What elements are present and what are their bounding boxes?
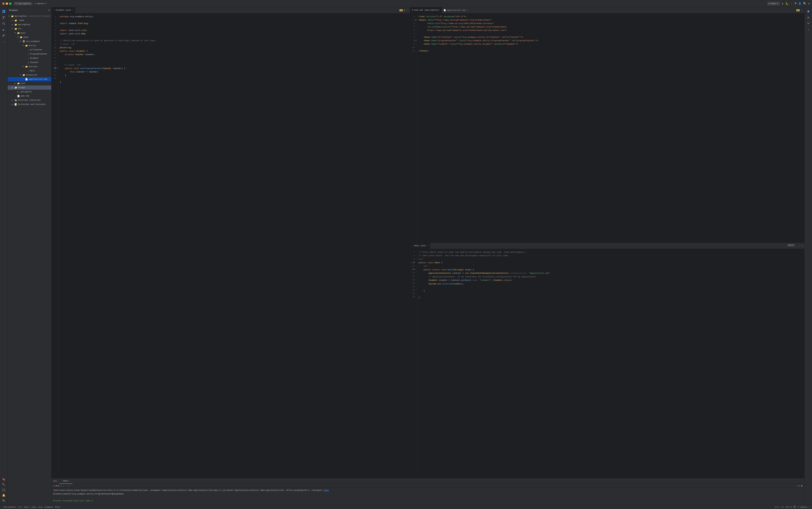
title-bar: ST SpringTest ⎇ master ▼ ▶ Main ▼ ▶ 🐛 ⋮ … — [0, 0, 812, 7]
right-bottom-more[interactable]: ⋮ — [798, 245, 800, 247]
pom-tab-label: pom.xml (SpringTest) — [414, 9, 439, 11]
student-tab-close[interactable]: ✕ — [72, 9, 73, 11]
tree-item-springtest-root[interactable]: ▼ 📁 SpringTest ~/Desktop/CS/JavaEE/2 Jav… — [8, 14, 51, 18]
main-run-tab[interactable]: ☕ Main ✕ — [59, 478, 72, 484]
tree-item-pom[interactable]: 📄 pom.xml — [8, 94, 51, 98]
application-xml-tab[interactable]: 📄 application.xml ✕ — [442, 7, 470, 13]
right-top-more[interactable]: ⋮ — [801, 9, 803, 11]
tree-item-teacher[interactable]: ☕ Teacher — [8, 60, 51, 65]
terminal-icon-btn[interactable]: ⬛ — [1, 487, 6, 493]
more-button[interactable]: ⋮ — [790, 2, 793, 5]
student-java-tab[interactable]: ☕ Student.java ✕ — [51, 7, 75, 13]
breadcrumb-java[interactable]: java — [31, 506, 36, 508]
tree-item-service[interactable]: ▼ 📁 service — [8, 65, 51, 69]
plugins-icon-btn[interactable]: 🔌 — [1, 498, 6, 503]
left-more-btn[interactable]: ⋮ — [407, 9, 409, 11]
left-split-btn[interactable]: ⊟ — [404, 9, 405, 11]
run-output-path[interactable]: /User — [323, 489, 329, 491]
right-top-code[interactable]: <?xml version="1.0" encoding="UTF-8"?> <… — [417, 13, 804, 242]
project-icon-btn[interactable] — [1, 9, 6, 14]
breadcrumb-example[interactable]: example — [44, 506, 53, 508]
breadcrumb-main[interactable]: main — [24, 506, 29, 508]
status-line-ending[interactable]: LF — [781, 506, 784, 508]
search-icon-btn[interactable] — [1, 21, 6, 26]
tree-item-main-class[interactable]: ☕ Main — [8, 69, 51, 73]
tree-item-student[interactable]: ☕ Student — [8, 56, 51, 60]
main-tab-close[interactable]: ✕ — [427, 245, 428, 247]
run-settings-btn[interactable]: ⚙ — [798, 484, 800, 487]
run-button[interactable]: ▶ — [782, 2, 784, 5]
close-window-button[interactable] — [2, 2, 5, 5]
right-git-btn[interactable] — [806, 21, 811, 26]
status-indent[interactable]: 4 spaces — [798, 506, 807, 508]
right-ai-btn[interactable]: ✦ — [806, 27, 811, 32]
main-java-tab[interactable]: ☕ Main.java ✕ — [410, 243, 430, 249]
tree-item-java[interactable]: ▼ 📁 java — [8, 35, 51, 39]
tree-item-resources[interactable]: ▼ 📁 resources — [8, 73, 51, 77]
account-icon[interactable]: 👤 — [798, 2, 801, 5]
breadcrumb-main-class[interactable]: Main — [55, 506, 60, 508]
run-trash-btn[interactable]: 🗑 — [801, 484, 803, 487]
search-button[interactable]: 🔍 — [803, 2, 806, 5]
right-maven-btn[interactable]: m — [806, 15, 811, 20]
stop-btn[interactable]: ■ — [56, 484, 57, 487]
bookmark-icon-btn[interactable]: 🔖 — [1, 477, 6, 482]
run-icon-btn[interactable]: ▶ — [1, 27, 6, 32]
tree-item-src[interactable]: ▼ 📁 src — [8, 27, 51, 31]
settings-button[interactable]: ⚙ — [808, 2, 810, 5]
tree-item-idea[interactable]: ▶ 📁 .idea — [8, 18, 51, 23]
scroll-to-end-btn[interactable]: ⇩ — [796, 484, 797, 487]
pom-xml-tab[interactable]: m pom.xml (SpringTest) — [410, 7, 442, 13]
project-selector[interactable]: ST SpringTest — [14, 2, 32, 5]
run-output-cmd: /Users/eve/Library/Java/JavaVirtualMachi… — [53, 488, 803, 492]
left-code-content[interactable]: package org.example.entity; import lombo… — [58, 13, 410, 478]
main-java-icon: ☕ — [28, 70, 29, 72]
tree-item-application-xml[interactable]: 📄 application.xml — [8, 77, 51, 81]
tree-item-test[interactable]: ▶ 📁 test — [8, 81, 51, 86]
resume-btn[interactable]: ▶ — [58, 484, 59, 487]
branch-selector[interactable]: ⎇ master ▼ — [34, 2, 46, 5]
status-git-icon[interactable] — [793, 506, 796, 508]
notification-icon-btn[interactable]: 🔔 — [1, 493, 6, 498]
tree-item-artteacher[interactable]: ☕ ArtTeacher — [8, 48, 51, 52]
right-notifications-btn[interactable] — [806, 9, 811, 14]
status-warnings-btn[interactable]: ⚠ — [809, 506, 810, 508]
run-cmd-text: /Users/eve/Library/Java/JavaVirtualMachi… — [53, 489, 323, 491]
minimize-window-button[interactable] — [6, 2, 8, 5]
tree-item-programteacher[interactable]: ☕ ProgramTeacher — [8, 52, 51, 56]
window-controls[interactable] — [2, 2, 11, 5]
breadcrumb-src[interactable]: src — [18, 506, 22, 508]
tree-item-gitignore[interactable]: ⊙ .gitignore — [8, 90, 51, 94]
breadcrumb-springtest[interactable]: SpringTest — [4, 506, 16, 508]
tree-item-springtest-node[interactable]: ▶ 📁 SpringTest — [8, 23, 51, 27]
debug-button[interactable]: 🐛 — [785, 2, 788, 5]
rln-11: 11 — [410, 49, 416, 53]
build-icon-btn[interactable]: 🔨 — [1, 482, 6, 487]
status-position[interactable]: 17:1 — [775, 506, 779, 508]
main-run-tab-close[interactable]: ✕ — [69, 480, 70, 482]
tree-item-scratches[interactable]: ▶ 📝 Scratches and Consoles — [8, 102, 51, 106]
step-over-btn[interactable]: ⤵ — [61, 484, 62, 487]
maximize-window-button[interactable] — [9, 2, 11, 5]
rerun-btn[interactable]: ↺ — [53, 484, 55, 487]
panel-dropdown-icon[interactable]: ▼ — [48, 9, 50, 11]
beans-label: beans — [787, 244, 795, 246]
run-config-selector[interactable]: ▶ Main ▼ — [767, 2, 780, 5]
right-bottom-code[interactable]: // Press Shift twice to open the Search … — [417, 249, 804, 478]
structure-icon-btn[interactable] — [1, 33, 6, 38]
tree-item-org-example[interactable]: ▼ 📦 org.example — [8, 39, 51, 43]
tree-item-main[interactable]: ▼ 📁 main — [8, 31, 51, 35]
breadcrumb-org[interactable]: org — [38, 506, 42, 508]
status-encoding[interactable]: UTF-8 — [786, 506, 792, 508]
step-out-btn[interactable]: ↑ — [65, 484, 67, 487]
appxml-tab-close[interactable]: ✕ — [467, 9, 468, 11]
step-into-btn[interactable]: ↓ — [63, 484, 64, 487]
run-tab[interactable]: Run — [51, 478, 59, 484]
tree-item-target[interactable]: ▶ 📁 target — [8, 86, 51, 90]
tree-item-ext-libraries[interactable]: ▶ 📚 External Libraries — [8, 98, 51, 102]
more-tools-btn[interactable]: ··· — [1, 39, 6, 45]
vcs-icon-btn[interactable] — [1, 15, 6, 20]
tree-arrow-java: ▼ — [17, 36, 20, 38]
tree-item-entity[interactable]: ▼ 📁 entity — [8, 43, 51, 48]
run-more-btn[interactable]: ⋮ — [68, 484, 70, 487]
